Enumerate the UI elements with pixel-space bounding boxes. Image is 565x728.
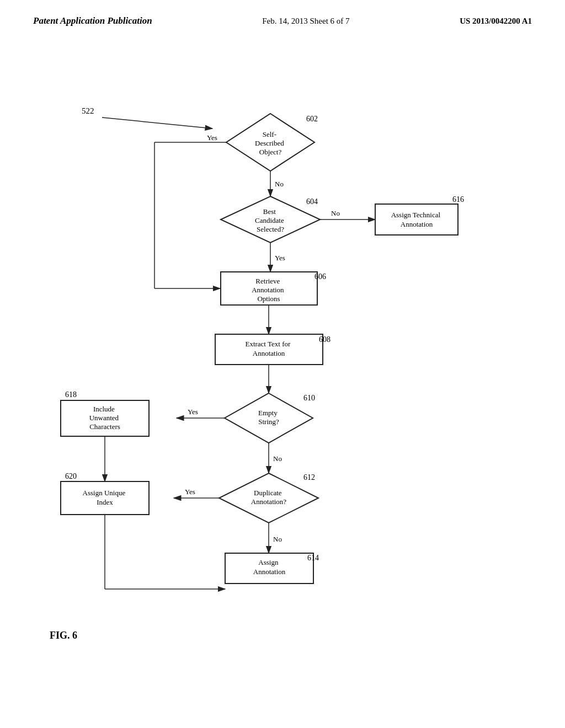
- yes-label-610: Yes: [188, 408, 198, 416]
- label-522: 522: [82, 106, 94, 115]
- header-patent-number: US 2013/0042200 A1: [460, 17, 532, 26]
- label-616: 616: [452, 195, 464, 204]
- no-label-604: No: [331, 209, 340, 217]
- label-606: 606: [315, 272, 326, 281]
- label-608: 608: [319, 335, 331, 344]
- diagram-area: 522 Self- Described Object? 602 Yes No B…: [0, 32, 565, 716]
- header-date-sheet: Feb. 14, 2013 Sheet 6 of 7: [262, 17, 349, 26]
- no-label-610: No: [273, 454, 282, 463]
- node-612-text: Duplicate Annotation?: [251, 489, 286, 506]
- header: Patent Application Publication Feb. 14, …: [0, 0, 565, 32]
- label-618: 618: [65, 390, 77, 399]
- label-620: 620: [65, 472, 77, 480]
- label-604: 604: [306, 197, 318, 206]
- label-602: 602: [306, 115, 318, 123]
- yes-label-612: Yes: [185, 488, 195, 496]
- page: Patent Application Publication Feb. 14, …: [0, 0, 565, 728]
- no-label-612: No: [273, 535, 282, 543]
- header-publication-label: Patent Application Publication: [33, 15, 152, 26]
- node-618-text: Include Unwanted Characters: [89, 405, 121, 431]
- arrow-entry: [102, 117, 212, 129]
- yes-label-602: Yes: [207, 133, 217, 142]
- node-610-text: Empty String?: [258, 409, 279, 426]
- node-616-shape: [375, 204, 458, 235]
- label-610: 610: [303, 394, 315, 402]
- yes-label-604: Yes: [275, 254, 285, 262]
- flowchart-svg: 522 Self- Described Object? 602 Yes No B…: [0, 32, 565, 716]
- no-label-602: No: [275, 180, 284, 188]
- label-612: 612: [303, 473, 315, 481]
- fig-label: FIG. 6: [50, 630, 77, 641]
- label-614: 614: [307, 554, 319, 562]
